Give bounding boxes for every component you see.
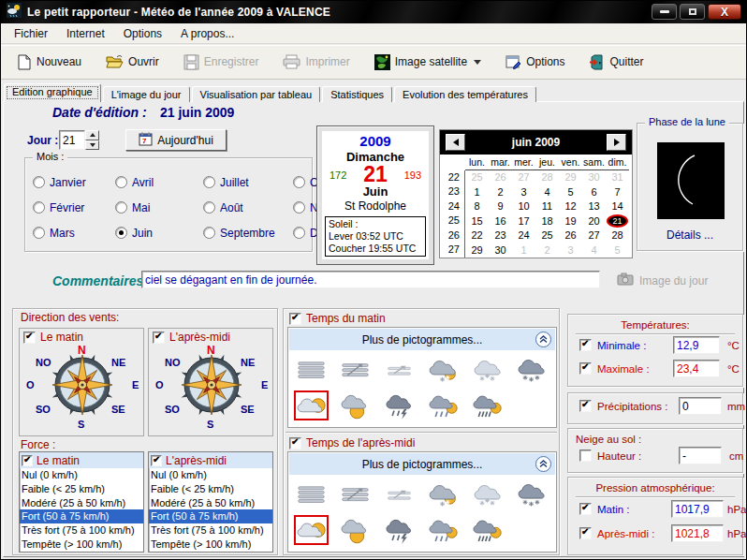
today-button[interactable]: 7 Aujourd'hui [125,129,227,151]
calendar-day-cell[interactable]: 28 [535,171,559,183]
pressure-morning-input[interactable] [671,500,724,518]
weather-afternoon-checkbox[interactable] [289,437,301,449]
force-option-modere-25-a-50-km-h[interactable]: Modéré (25 à 50 km/h) [20,496,143,510]
pressure-afternoon-input[interactable] [671,524,724,542]
calendar-day-cell[interactable]: 4 [582,244,606,256]
force-option-faible-25-km-h[interactable]: Faible (< 25 km/h) [20,482,143,496]
force-option-faible-25-km-h[interactable]: Faible (< 25 km/h) [149,482,272,496]
toolbar-image-satellite-button[interactable]: Image satellite [369,51,487,74]
maximize-button[interactable] [680,4,705,20]
pictogram-snow-sun-cloud-icon[interactable] [426,479,461,509]
comments-input[interactable] [141,271,600,288]
force-afternoon-checkbox[interactable] [151,455,162,466]
pictogram-fog-icon[interactable] [294,355,329,385]
menu-item-fichier[interactable]: Fichier [5,24,57,43]
pictogram-sun-cloud-icon[interactable] [294,515,329,545]
temp-max-input[interactable] [673,360,720,377]
pictogram-heavy-snow-cloud-icon[interactable] [514,355,549,385]
calendar-day-cell[interactable]: 19 [559,215,582,227]
calendar-day-cell[interactable]: 28 [606,229,629,241]
force-morning-checkbox[interactable] [22,455,33,466]
force-option-fort-50-a-75-km-h[interactable]: Fort (50 à 75 km/h) [149,509,272,523]
pictogram-heavy-snow-cloud-icon[interactable] [514,479,549,509]
month-radio-septembre[interactable]: Septembre [203,227,293,240]
calendar-day-cell[interactable]: 16 [489,215,512,227]
pictogram-thunderstorm-cloud-icon[interactable] [382,515,417,545]
month-radio-janvier[interactable]: Janvier [33,176,115,189]
calendar-day-cell[interactable]: 22 [465,229,489,241]
force-option-nul-0-km-h[interactable]: Nul (0 km/h) [149,468,272,482]
toolbar-quitter-button[interactable]: Quitter [583,51,649,74]
force-option-tres-fort-75-a-100-km-h[interactable]: Très fort (75 à 100 km/h) [20,523,143,538]
calendar-day-cell[interactable]: 2 [535,244,559,256]
month-radio-aout[interactable]: Août [203,201,293,214]
calendar-day-cell[interactable]: 26 [489,171,512,183]
pressure-afternoon-checkbox[interactable] [579,527,592,539]
calendar-day-cell[interactable]: 10 [512,200,535,212]
calendar-next-button[interactable] [607,134,626,151]
precipitation-input[interactable] [679,397,722,415]
temp-min-checkbox[interactable] [579,339,592,351]
close-button[interactable]: X [708,4,741,20]
calendar-day-cell[interactable]: 5 [559,186,582,198]
snow-height-input[interactable] [679,447,722,464]
calendar-day-cell[interactable]: 24 [512,229,535,241]
calendar-day-cell[interactable]: 12 [559,200,582,212]
calendar-day-cell[interactable]: 25 [465,171,489,183]
tab-edition-graphique[interactable]: Edition graphique [4,83,101,102]
calendar-day-cell[interactable]: 6 [582,186,606,198]
menu-item-options[interactable]: Options [114,24,171,43]
pictogram-rain-sun-cloud-icon[interactable] [426,391,461,420]
pictogram-fog-wind-icon[interactable] [338,479,373,509]
month-radio-mars[interactable]: Mars [33,227,115,240]
calendar-day-cell[interactable]: 29 [465,244,489,256]
weather-morning-checkbox[interactable] [289,313,301,325]
calendar-day-cell[interactable]: 13 [582,200,606,212]
force-option-tempete-100-km-h[interactable]: Tempête (> 100 km/h) [20,538,143,552]
calendar-day-cell[interactable]: 27 [512,171,535,183]
toolbar-options-button[interactable]: Options [500,51,570,74]
wind-morning-checkbox[interactable] [23,332,36,344]
snow-height-checkbox[interactable] [579,449,592,462]
calendar-day-cell[interactable]: 4 [535,186,559,198]
calendar-day-cell[interactable]: 15 [465,215,489,227]
pictogram-mist-icon[interactable] [382,479,417,509]
calendar-day-cell[interactable]: 2 [489,186,512,198]
pictogram-sun-below-cloud-icon[interactable] [338,391,373,420]
calendar-day-cell[interactable]: 21 [606,214,629,228]
force-option-tempete-100-km-h[interactable]: Tempête (> 100 km/h) [149,538,272,552]
compass-rose-morning[interactable] [49,351,116,419]
pictogram-rain-sun-cloud-icon[interactable] [426,515,461,545]
calendar-day-cell[interactable]: 11 [535,200,559,212]
calendar-day-cell[interactable]: 17 [512,215,535,227]
temp-max-checkbox[interactable] [579,362,592,375]
temp-min-input[interactable] [673,336,720,354]
month-radio-mai[interactable]: Mai [115,201,203,214]
calendar-day-cell[interactable]: 26 [559,229,582,241]
force-option-modere-25-a-50-km-h[interactable]: Modéré (25 à 50 km/h) [149,496,272,510]
calendar-day-cell[interactable]: 7 [606,186,629,198]
precipitation-checkbox[interactable] [579,400,592,412]
calendar-day-cell[interactable]: 31 [606,171,629,183]
calendar-day-cell[interactable]: 18 [535,215,559,227]
day-input[interactable] [59,130,85,150]
calendar-day-cell[interactable]: 23 [489,229,512,241]
pictogram-sun-cloud-icon[interactable] [294,391,329,420]
month-radio-juillet[interactable]: Juillet [203,176,293,189]
force-option-fort-50-a-75-km-h[interactable]: Fort (50 à 75 km/h) [20,509,143,523]
calendar-day-cell[interactable]: 8 [465,200,489,212]
pictogram-thunderstorm-cloud-icon[interactable] [382,391,417,420]
pictogram-snow-sun-cloud-icon[interactable] [426,355,461,385]
menu-item-internet[interactable]: Internet [57,24,114,43]
moon-details-link[interactable]: Détails ... [637,228,742,242]
calendar-prev-button[interactable] [446,134,465,151]
tab-evolution-des-temperatures[interactable]: Evolution des températures [394,86,536,102]
pictogram-snow-cloud-icon[interactable] [470,355,505,385]
pictogram-heavy-rain-sun-cloud-icon[interactable] [470,515,505,545]
menu-item-a-propos[interactable]: A propos... [171,24,243,43]
pictogram-heavy-rain-sun-cloud-icon[interactable] [470,391,505,420]
month-radio-avril[interactable]: Avril [115,176,203,189]
tab-visualisation-par-tableau[interactable]: Visualisation par tableau [192,86,321,102]
calendar-day-cell[interactable]: 5 [606,244,629,256]
month-radio-fevrier[interactable]: Février [33,201,115,214]
